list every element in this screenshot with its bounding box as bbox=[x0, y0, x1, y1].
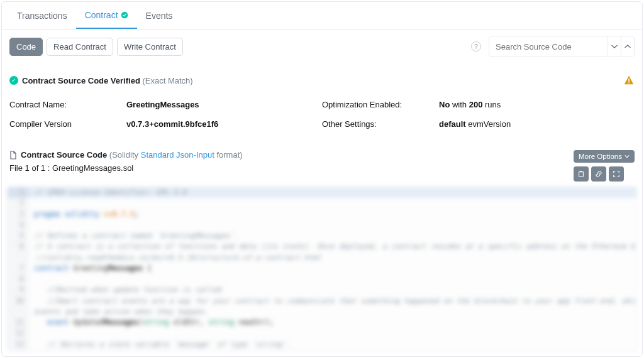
optimization-value: No with 200 runs bbox=[439, 100, 501, 109]
svg-rect-1 bbox=[628, 79, 630, 82]
file-indicator: File 1 of 1 : GreetingMessages.sol bbox=[9, 160, 574, 175]
verified-line: ✓ Contract Source Code Verified (Exact M… bbox=[9, 66, 635, 92]
search-next-button[interactable] bbox=[621, 36, 634, 57]
copy-icon[interactable] bbox=[574, 166, 589, 182]
code-button[interactable]: Code bbox=[9, 38, 43, 56]
format-link[interactable]: Standard Json-Input bbox=[141, 150, 214, 160]
compiler-version-value: v0.7.3+commit.9bfce1f6 bbox=[126, 119, 218, 129]
code-line: 5// Defines a contract named `GreetingMe… bbox=[8, 231, 636, 241]
source-title: Contract Source Code (Solidity Standard … bbox=[21, 150, 243, 160]
source-header: Contract Source Code (Solidity Standard … bbox=[9, 150, 635, 185]
svg-rect-3 bbox=[579, 172, 584, 177]
code-line: 3pragma solidity >=0.7.3; bbox=[8, 209, 636, 220]
write-contract-button[interactable]: Write Contract bbox=[117, 38, 183, 56]
compiler-version-label: Compiler Version bbox=[9, 119, 126, 129]
chevron-down-icon bbox=[625, 154, 630, 159]
other-settings-label: Other Settings: bbox=[322, 119, 439, 129]
search-input[interactable] bbox=[489, 36, 608, 57]
search-source-code bbox=[489, 36, 635, 57]
code-line: 2 bbox=[8, 198, 636, 209]
file-icon bbox=[9, 151, 17, 160]
source-code-editor[interactable]: 1// SPDX-License-Identifier: GPL-3.023pr… bbox=[7, 187, 637, 351]
tab-transactions[interactable]: Transactions bbox=[8, 2, 76, 29]
search-prev-button[interactable] bbox=[608, 36, 621, 57]
tab-contract[interactable]: Contract bbox=[76, 2, 137, 29]
verified-label: Contract Source Code Verified bbox=[22, 76, 140, 85]
tab-events[interactable]: Events bbox=[137, 2, 182, 29]
contract-name-value: GreetingMessages bbox=[126, 100, 199, 109]
svg-rect-2 bbox=[628, 82, 630, 84]
contract-name-label: Contract Name: bbox=[9, 100, 126, 109]
code-line: ://solidity.readthedocs.io/en/v0.5.10/st… bbox=[8, 252, 636, 263]
code-line: 8 bbox=[8, 274, 636, 285]
expand-icon[interactable] bbox=[609, 166, 624, 182]
code-line: 10 //Smart contract events are a way for… bbox=[8, 296, 636, 306]
link-icon[interactable] bbox=[591, 166, 606, 182]
verified-check-icon: ✓ bbox=[9, 76, 18, 85]
meta-grid: Contract Name: GreetingMessages Compiler… bbox=[9, 92, 635, 150]
help-icon[interactable]: ? bbox=[471, 41, 481, 52]
code-line: 14 // State variables are variables whos… bbox=[8, 350, 636, 351]
code-line: events and take action when they happen. bbox=[8, 306, 636, 317]
code-line: 1// SPDX-License-Identifier: GPL-3.0 bbox=[8, 187, 636, 198]
code-line: 13 // Declares a state variable `message… bbox=[8, 339, 636, 350]
svg-rect-4 bbox=[580, 171, 582, 172]
read-contract-button[interactable]: Read Contract bbox=[47, 38, 113, 56]
more-options-button[interactable]: More Options bbox=[574, 150, 635, 163]
code-line: 12 bbox=[8, 328, 636, 339]
code-line: 4 bbox=[8, 220, 636, 231]
warning-icon[interactable] bbox=[623, 75, 635, 86]
optimization-label: Optimization Enabled: bbox=[322, 100, 439, 109]
contract-tabs: Transactions Contract Events bbox=[2, 2, 642, 30]
code-line: 6// A contract is a collection of functi… bbox=[8, 241, 636, 252]
code-line: 7contract GreetingMessages { bbox=[8, 263, 636, 274]
tab-contract-label: Contract bbox=[85, 10, 118, 20]
other-settings-value: default evmVersion bbox=[439, 119, 511, 129]
subtabs-row: Code Read Contract Write Contract ? bbox=[2, 30, 642, 63]
verified-badge-icon bbox=[121, 11, 128, 19]
code-line: 11 event UpdatedMessages(string oldStr, … bbox=[8, 317, 636, 328]
verified-match-note: (Exact Match) bbox=[142, 76, 192, 85]
code-line: 9 //Emitted when update function is call… bbox=[8, 285, 636, 295]
